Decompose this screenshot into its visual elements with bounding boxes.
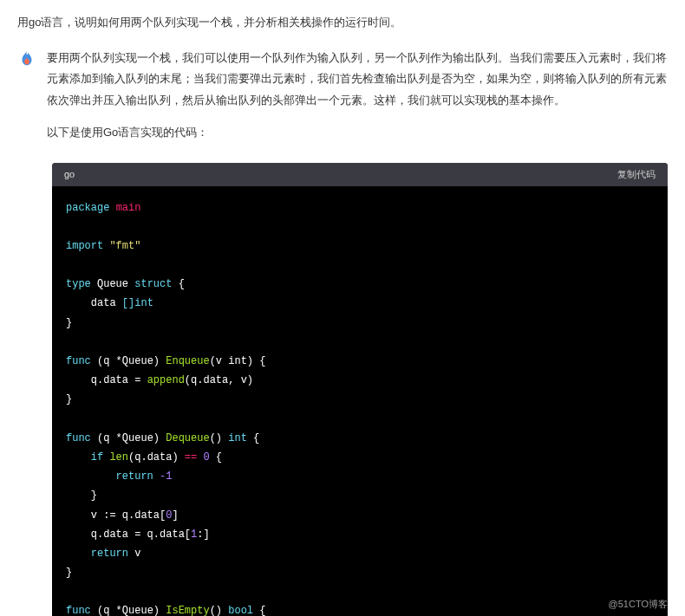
answer-paragraph-1: 要用两个队列实现一个栈，我们可以使用一个队列作为输入队列，另一个队列作为输出队列…: [47, 48, 668, 112]
question-text: 用go语言，说明如何用两个队列实现一个栈，并分析相关栈操作的运行时间。: [17, 14, 401, 32]
code-language-label: go: [64, 169, 75, 179]
code-header: go 复制代码: [52, 163, 668, 186]
code-block: go 复制代码 package main import "fmt" type Q…: [52, 163, 668, 616]
assistant-avatar: [17, 49, 36, 68]
answer-content: 要用两个队列实现一个栈，我们可以使用一个队列作为输入队列，另一个队列作为输出队列…: [47, 48, 668, 154]
answer-row: 要用两个队列实现一个栈，我们可以使用一个队列作为输入队列，另一个队列作为输出队列…: [0, 39, 685, 154]
copy-code-button[interactable]: 复制代码: [617, 168, 656, 181]
question-row: 用go语言，说明如何用两个队列实现一个栈，并分析相关栈操作的运行时间。: [0, 0, 685, 39]
answer-paragraph-2: 以下是使用Go语言实现的代码：: [47, 122, 668, 144]
code-body[interactable]: package main import "fmt" type Queue str…: [52, 186, 668, 616]
watermark-text: @51CTO博客: [609, 598, 668, 611]
flame-icon: [17, 49, 36, 68]
